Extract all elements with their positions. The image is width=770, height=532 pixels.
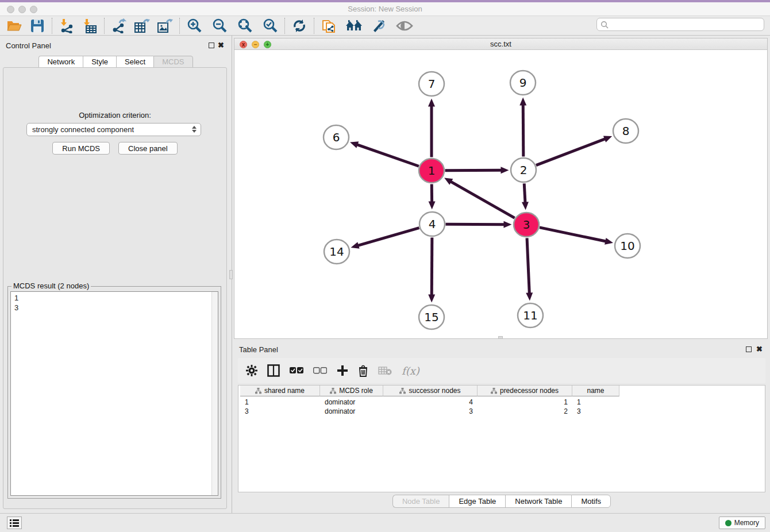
- graph-node-1[interactable]: 1: [419, 159, 444, 183]
- column-header-MCDS-role[interactable]: MCDS role: [320, 385, 383, 396]
- run-mcds-button[interactable]: Run MCDS: [52, 142, 110, 155]
- edge-1-2[interactable]: [445, 170, 502, 171]
- table-cell[interactable]: 1: [240, 398, 320, 407]
- tab-edge-table[interactable]: Edge Table: [449, 495, 505, 508]
- show-hide-icon[interactable]: [396, 18, 413, 34]
- table-row[interactable]: 3dominator323: [240, 407, 619, 416]
- column-header-name[interactable]: name: [572, 385, 619, 396]
- graph-node-3[interactable]: 3: [514, 213, 539, 237]
- zoom-in-icon[interactable]: [186, 18, 203, 34]
- edge-arrowhead: [605, 238, 613, 245]
- open-session-icon[interactable]: [6, 18, 23, 34]
- edge-arrowhead: [519, 97, 526, 105]
- graph-node-8[interactable]: 8: [613, 119, 638, 143]
- node-label: 8: [622, 124, 630, 138]
- graph-node-10[interactable]: 10: [615, 234, 640, 258]
- table-row[interactable]: 1dominator411: [240, 398, 619, 407]
- edge-3-10[interactable]: [540, 228, 606, 241]
- export-table-icon[interactable]: [133, 18, 151, 34]
- close-panel-icon[interactable]: ✖: [218, 41, 224, 49]
- select-all-columns-icon[interactable]: [290, 367, 303, 374]
- edge-4-3[interactable]: [445, 224, 505, 225]
- edge-4-14[interactable]: [357, 228, 419, 246]
- tab-motifs[interactable]: Motifs: [571, 495, 611, 508]
- node-label: 11: [523, 309, 537, 322]
- column-label: name: [587, 387, 604, 395]
- table-cell[interactable]: dominator: [320, 407, 383, 416]
- home-network-icon[interactable]: [345, 18, 363, 34]
- column-header-successor-nodes[interactable]: successor nodes: [383, 385, 478, 396]
- table-cell[interactable]: 2: [478, 407, 572, 416]
- close-panel-button[interactable]: Close panel: [118, 142, 178, 155]
- edge-3-11[interactable]: [527, 238, 529, 294]
- network-graph-canvas[interactable]: 7968124314101511: [234, 51, 767, 338]
- node-label: 9: [519, 76, 527, 90]
- graph-node-9[interactable]: 9: [510, 71, 536, 95]
- create-column-icon[interactable]: [337, 365, 348, 376]
- show-columns-icon[interactable]: [267, 364, 280, 377]
- tab-node-table[interactable]: Node Table: [392, 495, 449, 508]
- zoom-selected-icon[interactable]: [261, 18, 279, 34]
- search-input[interactable]: [609, 20, 764, 30]
- export-image-icon[interactable]: [156, 18, 174, 34]
- memory-button[interactable]: Memory: [719, 516, 765, 529]
- clone-network-icon[interactable]: [320, 18, 337, 34]
- graph-node-6[interactable]: 6: [324, 125, 349, 149]
- table-cell[interactable]: 3: [572, 407, 619, 416]
- edge-1-6[interactable]: [356, 144, 418, 166]
- node-table[interactable]: shared nameMCDS rolesuccessor nodesprede…: [238, 385, 765, 492]
- edge-3-1[interactable]: [451, 182, 515, 218]
- table-cell[interactable]: 3: [383, 407, 478, 416]
- edge-2-9[interactable]: [523, 104, 523, 156]
- tab-style[interactable]: Style: [83, 56, 116, 68]
- edge-arrowhead: [526, 292, 533, 300]
- network-window-titlebar[interactable]: x – + scc.txt: [234, 38, 767, 50]
- float-table-panel-icon[interactable]: [746, 346, 752, 352]
- edge-arrowhead: [603, 136, 612, 142]
- graph-node-14[interactable]: 14: [324, 240, 349, 264]
- table-settings-gear-icon[interactable]: [246, 365, 257, 376]
- tab-network[interactable]: Network: [38, 56, 83, 68]
- mcds-result-scrollbar[interactable]: [211, 292, 218, 495]
- graph-node-11[interactable]: 11: [518, 303, 543, 327]
- mcds-result-text[interactable]: 1 3: [10, 291, 218, 496]
- graph-node-2[interactable]: 2: [511, 158, 536, 182]
- column-header-shared-name[interactable]: shared name: [240, 385, 320, 396]
- unselect-all-columns-icon[interactable]: [313, 367, 327, 374]
- table-cell[interactable]: 1: [572, 398, 619, 407]
- edge-2-3[interactable]: [524, 183, 525, 203]
- optimization-criterion-select[interactable]: strongly connected component: [26, 123, 201, 136]
- memory-status-icon: [725, 520, 732, 526]
- delete-column-icon[interactable]: [358, 365, 368, 377]
- refresh-icon[interactable]: [291, 18, 308, 34]
- float-panel-icon[interactable]: [209, 43, 214, 48]
- mcds-panel: Optimization criterion: strongly connect…: [3, 67, 227, 509]
- zoom-out-icon[interactable]: [211, 18, 228, 34]
- export-network-icon[interactable]: [110, 18, 128, 34]
- close-table-panel-icon[interactable]: ✖: [756, 345, 763, 353]
- graph-node-4[interactable]: 4: [419, 212, 445, 236]
- task-history-button[interactable]: [7, 516, 22, 529]
- zoom-fit-icon[interactable]: [236, 18, 253, 34]
- tab-select[interactable]: Select: [116, 56, 153, 68]
- table-cell[interactable]: 3: [240, 407, 320, 416]
- graph-node-7[interactable]: 7: [419, 72, 444, 96]
- hide-annotations-icon[interactable]: [371, 18, 388, 34]
- table-cell[interactable]: dominator: [320, 398, 383, 407]
- edge-4-15[interactable]: [432, 237, 432, 295]
- table-cell[interactable]: 1: [478, 398, 572, 407]
- table-cell[interactable]: 4: [383, 398, 478, 407]
- tab-mcds[interactable]: MCDS: [153, 56, 192, 68]
- tab-network-table[interactable]: Network Table: [505, 495, 571, 508]
- main-toolbar: [0, 16, 770, 36]
- column-tree-icon: [255, 388, 261, 394]
- column-header-predecessor-nodes[interactable]: predecessor nodes: [478, 385, 572, 396]
- graph-node-15[interactable]: 15: [419, 305, 444, 329]
- edge-arrowhead: [522, 202, 529, 210]
- import-network-icon[interactable]: [58, 18, 75, 34]
- edge-2-8[interactable]: [536, 138, 606, 165]
- panel-splitter-handle[interactable]: [229, 270, 233, 279]
- save-session-icon[interactable]: [29, 18, 46, 34]
- network-resize-handle[interactable]: [498, 336, 503, 339]
- import-table-icon[interactable]: [81, 18, 98, 34]
